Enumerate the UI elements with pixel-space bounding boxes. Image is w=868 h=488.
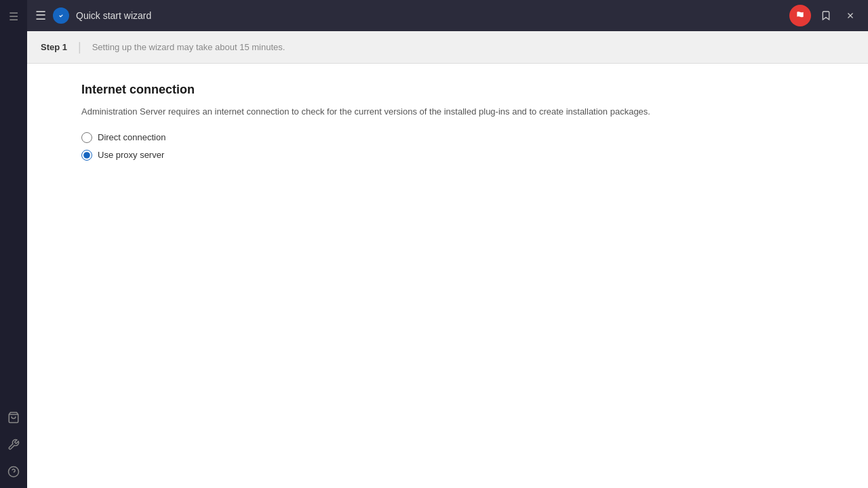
sidebar-icon-tools[interactable]	[3, 434, 24, 455]
content-area: Internet connection Administration Serve…	[27, 64, 868, 488]
close-button[interactable]	[841, 6, 860, 25]
sidebar-icon-store[interactable]	[3, 407, 24, 428]
direct-connection-option[interactable]: Direct connection	[81, 132, 814, 143]
sidebar: ☰	[0, 0, 27, 488]
section-description: Administration Server requires an intern…	[81, 105, 814, 119]
section-title: Internet connection	[81, 83, 814, 97]
step-description: Setting up the wizard may take about 15 …	[92, 42, 285, 52]
step-label: Step 1	[41, 42, 67, 52]
proxy-server-option[interactable]: Use proxy server	[81, 150, 814, 161]
sidebar-icon-menu[interactable]: ☰	[3, 5, 24, 27]
sidebar-icon-help[interactable]	[3, 461, 24, 483]
proxy-server-label: Use proxy server	[98, 150, 164, 160]
bookmark-button[interactable]	[816, 6, 835, 25]
app-icon	[53, 7, 69, 24]
titlebar-title: Quick start wizard	[76, 10, 783, 21]
direct-connection-label: Direct connection	[98, 132, 165, 142]
svg-point-3	[57, 12, 65, 20]
titlebar: ☰ Quick start wizard	[27, 0, 868, 31]
connection-radio-group: Direct connection Use proxy server	[81, 132, 814, 161]
hamburger-icon[interactable]: ☰	[35, 8, 46, 23]
flag-button[interactable]	[789, 5, 811, 26]
proxy-server-radio[interactable]	[81, 150, 92, 161]
main-area: ☰ Quick start wizard	[27, 0, 868, 488]
step-divider: |	[78, 40, 81, 54]
titlebar-actions	[789, 5, 860, 26]
direct-connection-radio[interactable]	[81, 132, 92, 143]
stepbar: Step 1 | Setting up the wizard may take …	[27, 31, 868, 64]
